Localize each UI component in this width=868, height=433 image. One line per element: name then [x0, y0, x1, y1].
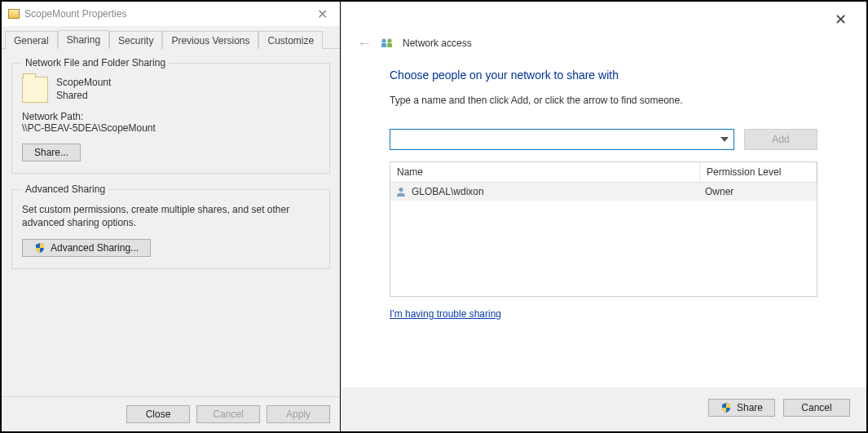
wizard-breadcrumb: ← Network access: [341, 29, 866, 54]
tabs: General Sharing Security Previous Versio…: [2, 26, 340, 49]
wizard-title: Network access: [403, 38, 472, 49]
close-icon[interactable]: ✕: [311, 7, 333, 22]
column-name[interactable]: Name: [390, 162, 700, 182]
titlebar: ScopeMount Properties ✕: [2, 2, 340, 26]
close-button[interactable]: Close: [126, 405, 190, 423]
network-access-wizard: ✕ ← Network access Choose people on your…: [341, 2, 866, 431]
svg-point-4: [399, 188, 403, 192]
network-file-sharing-group: Network File and Folder Sharing ScopeMou…: [11, 57, 330, 174]
share-label: Share: [737, 402, 763, 413]
share-name: ScopeMount: [56, 77, 111, 90]
back-icon[interactable]: ←: [357, 36, 372, 51]
trouble-sharing-link[interactable]: I'm having trouble sharing: [390, 308, 501, 320]
row-name: GLOBAL\wdixon: [412, 186, 484, 197]
network-share-icon: [380, 37, 394, 50]
add-button: Add: [744, 129, 817, 150]
name-combobox[interactable]: [390, 129, 734, 150]
group-legend: Network File and Folder Sharing: [22, 57, 169, 68]
table-row[interactable]: GLOBAL\wdixon Owner: [390, 183, 817, 201]
svg-rect-1: [381, 43, 386, 47]
properties-body: Network File and Folder Sharing ScopeMou…: [2, 49, 340, 396]
network-path: \\PC-BEAV-5DEA\ScopeMount: [22, 122, 319, 134]
table-head: Name Permission Level: [390, 162, 817, 183]
cancel-button: Cancel: [196, 405, 260, 423]
window-title: ScopeMount Properties: [24, 8, 311, 20]
share-button[interactable]: Share...: [22, 144, 81, 161]
tab-sharing[interactable]: Sharing: [58, 30, 109, 49]
properties-dialog: ScopeMount Properties ✕ General Sharing …: [2, 2, 341, 431]
share-status: Shared: [56, 90, 111, 101]
tab-previous-versions[interactable]: Previous Versions: [162, 31, 258, 49]
shared-folder-icon: [22, 77, 48, 103]
wizard-titlebar: ✕: [341, 2, 866, 29]
tab-general[interactable]: General: [5, 31, 58, 49]
folder-icon: [8, 9, 20, 19]
row-permission: Owner: [700, 183, 817, 201]
tab-security[interactable]: Security: [109, 31, 162, 49]
people-table: Name Permission Level GLOBAL\wdi: [390, 161, 817, 297]
wizard-headline: Choose people on your network to share w…: [390, 68, 817, 82]
properties-footer: Close Cancel Apply: [2, 396, 340, 431]
tab-customize[interactable]: Customize: [258, 31, 323, 49]
advanced-sharing-button[interactable]: Advanced Sharing...: [22, 239, 151, 257]
wizard-footer: Share Cancel: [341, 387, 866, 431]
name-input[interactable]: [390, 130, 716, 149]
svg-point-0: [381, 38, 386, 42]
wizard-hint: Type a name and then click Add, or click…: [390, 95, 817, 106]
wizard-main: Choose people on your network to share w…: [341, 54, 866, 387]
group-legend: Advanced Sharing: [22, 183, 108, 195]
advanced-sharing-group: Advanced Sharing Set custom permissions,…: [11, 183, 330, 269]
close-icon[interactable]: ✕: [826, 9, 855, 30]
svg-rect-3: [387, 43, 392, 47]
advanced-sharing-desc: Set custom permissions, create multiple …: [22, 203, 319, 229]
advanced-sharing-label: Advanced Sharing...: [51, 242, 139, 254]
share-button[interactable]: Share: [708, 399, 775, 417]
user-icon: [395, 186, 407, 197]
column-permission[interactable]: Permission Level: [700, 162, 817, 182]
svg-point-2: [387, 38, 391, 42]
network-path-label: Network Path:: [22, 111, 319, 122]
cancel-button[interactable]: Cancel: [783, 399, 850, 417]
shield-icon: [720, 402, 732, 413]
apply-button: Apply: [267, 405, 330, 423]
chevron-down-icon[interactable]: [716, 130, 734, 149]
shield-icon: [34, 242, 46, 254]
